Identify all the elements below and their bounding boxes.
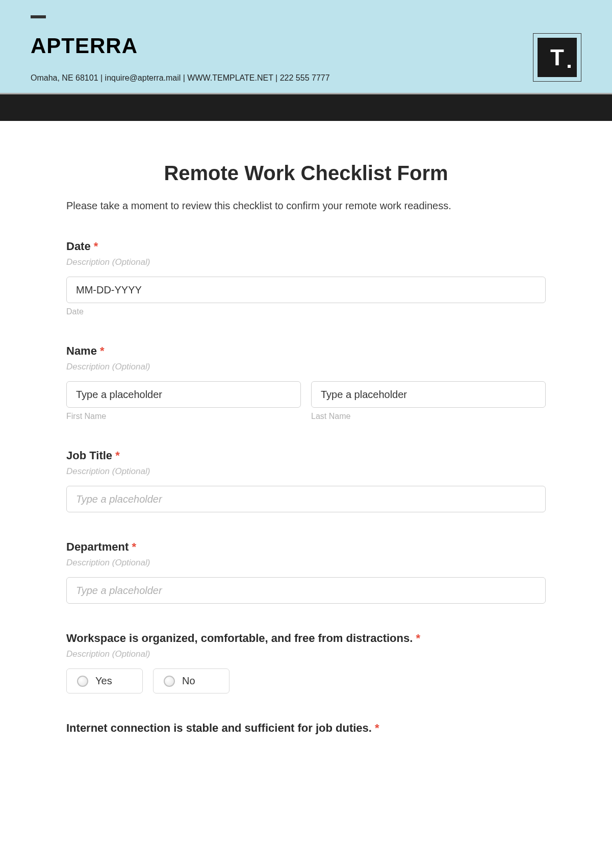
department-subdesc: Description (Optional) bbox=[66, 558, 546, 568]
date-input[interactable] bbox=[66, 277, 546, 303]
required-mark: * bbox=[94, 240, 98, 253]
date-sublabel: Date bbox=[66, 307, 546, 316]
first-name-col: First Name bbox=[66, 381, 301, 421]
department-label-text: Department bbox=[66, 540, 129, 553]
department-input[interactable] bbox=[66, 577, 546, 604]
department-label: Department * bbox=[66, 540, 546, 554]
internet-label: Internet connection is stable and suffic… bbox=[66, 722, 546, 735]
field-department: Department * Description (Optional) bbox=[66, 540, 546, 604]
internet-label-text: Internet connection is stable and suffic… bbox=[66, 722, 372, 734]
workspace-no-label: No bbox=[182, 675, 195, 687]
field-name: Name * Description (Optional) First Name… bbox=[66, 344, 546, 421]
workspace-yes-label: Yes bbox=[95, 675, 112, 687]
field-date: Date * Description (Optional) Date bbox=[66, 240, 546, 316]
logo-box: T bbox=[533, 33, 581, 82]
brand-name: APTERRA bbox=[31, 34, 581, 58]
field-workspace: Workspace is organized, comfortable, and… bbox=[66, 632, 546, 693]
date-subdesc: Description (Optional) bbox=[66, 257, 546, 267]
header: APTERRA Omaha, NE 68101 | inquire@apterr… bbox=[0, 0, 612, 93]
required-mark: * bbox=[100, 344, 105, 357]
name-subdesc: Description (Optional) bbox=[66, 362, 546, 372]
form-title: Remote Work Checklist Form bbox=[66, 162, 546, 185]
required-mark: * bbox=[115, 449, 120, 462]
workspace-label: Workspace is organized, comfortable, and… bbox=[66, 632, 546, 645]
form-container: Remote Work Checklist Form Please take a… bbox=[0, 121, 612, 783]
logo-icon: T bbox=[538, 38, 577, 77]
first-name-input[interactable] bbox=[66, 381, 301, 408]
last-name-col: Last Name bbox=[311, 381, 546, 421]
workspace-label-text: Workspace is organized, comfortable, and… bbox=[66, 632, 413, 644]
required-mark: * bbox=[375, 722, 379, 734]
header-accent-bar bbox=[31, 15, 46, 18]
divider-bar bbox=[0, 93, 612, 121]
form-description: Please take a moment to review this chec… bbox=[66, 200, 546, 212]
contact-line: Omaha, NE 68101 | inquire@apterra.mail |… bbox=[31, 73, 581, 83]
jobtitle-label: Job Title * bbox=[66, 449, 546, 462]
name-label-text: Name bbox=[66, 344, 97, 357]
name-row: First Name Last Name bbox=[66, 381, 546, 421]
workspace-yes-option[interactable]: Yes bbox=[66, 668, 143, 693]
jobtitle-label-text: Job Title bbox=[66, 449, 112, 462]
field-internet: Internet connection is stable and suffic… bbox=[66, 722, 546, 735]
workspace-no-option[interactable]: No bbox=[153, 668, 230, 693]
date-label: Date * bbox=[66, 240, 546, 253]
workspace-radio-row: Yes No bbox=[66, 668, 546, 693]
last-name-sublabel: Last Name bbox=[311, 412, 546, 421]
first-name-sublabel: First Name bbox=[66, 412, 301, 421]
radio-icon bbox=[77, 676, 88, 687]
jobtitle-subdesc: Description (Optional) bbox=[66, 466, 546, 477]
workspace-subdesc: Description (Optional) bbox=[66, 649, 546, 659]
field-jobtitle: Job Title * Description (Optional) bbox=[66, 449, 546, 512]
required-mark: * bbox=[416, 632, 420, 644]
radio-icon bbox=[164, 676, 175, 687]
last-name-input[interactable] bbox=[311, 381, 546, 408]
required-mark: * bbox=[132, 540, 136, 553]
name-label: Name * bbox=[66, 344, 546, 358]
jobtitle-input[interactable] bbox=[66, 486, 546, 512]
date-label-text: Date bbox=[66, 240, 91, 253]
